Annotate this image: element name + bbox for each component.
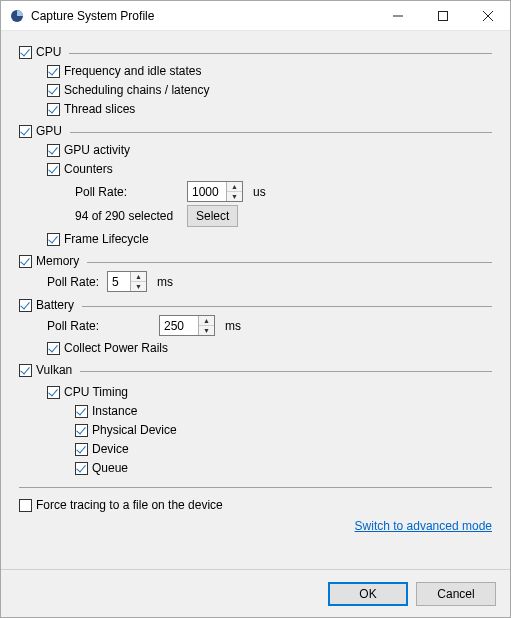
memory-pollrate-label: Poll Rate:: [47, 275, 99, 289]
battery-pollrate-label: Poll Rate:: [47, 319, 155, 333]
divider: [70, 132, 492, 133]
minimize-button[interactable]: [375, 1, 420, 30]
memory-label: Memory: [36, 254, 79, 268]
titlebar: Capture System Profile: [1, 1, 510, 31]
window-buttons: [375, 1, 510, 30]
divider: [19, 487, 492, 488]
section-vulkan: Vulkan CPU Timing Instance Physical Devi…: [19, 363, 492, 477]
vulkan-queue-checkbox[interactable]: Queue: [75, 461, 128, 475]
vulkan-instance-checkbox[interactable]: Instance: [75, 404, 137, 418]
vulkan-checkbox[interactable]: Vulkan: [19, 363, 72, 377]
gpu-frame-lifecycle-checkbox[interactable]: Frame Lifecycle: [47, 232, 149, 246]
vulkan-device-checkbox[interactable]: Device: [75, 442, 129, 456]
gpu-pollrate-label: Poll Rate:: [75, 185, 183, 199]
gpu-selected-text: 94 of 290 selected: [75, 209, 183, 223]
content-area: CPU Frequency and idle states Scheduling…: [1, 31, 510, 569]
gpu-checkbox[interactable]: GPU: [19, 124, 62, 138]
section-battery: Battery Poll Rate: ▲▼ ms Collect Power R…: [19, 298, 492, 357]
spinner-down-icon[interactable]: ▼: [227, 192, 242, 201]
gpu-pollrate-input[interactable]: [188, 182, 226, 201]
advanced-mode-link[interactable]: Switch to advanced mode: [355, 519, 492, 533]
divider: [80, 371, 492, 372]
window-title: Capture System Profile: [31, 9, 375, 23]
battery-checkbox[interactable]: Battery: [19, 298, 74, 312]
cpu-freq-checkbox[interactable]: Frequency and idle states: [47, 64, 201, 78]
divider: [82, 306, 492, 307]
spinner-down-icon[interactable]: ▼: [131, 282, 146, 291]
gpu-counters-checkbox[interactable]: Counters: [47, 162, 113, 176]
battery-pollrate-spinner[interactable]: ▲▼: [159, 315, 215, 336]
close-button[interactable]: [465, 1, 510, 30]
memory-pollrate-unit: ms: [157, 275, 173, 289]
vulkan-cputiming-checkbox[interactable]: CPU Timing: [47, 385, 128, 399]
spinner-up-icon[interactable]: ▲: [227, 182, 242, 192]
maximize-button[interactable]: [420, 1, 465, 30]
spinner-down-icon[interactable]: ▼: [199, 326, 214, 335]
memory-pollrate-input[interactable]: [108, 272, 130, 291]
spinner-up-icon[interactable]: ▲: [131, 272, 146, 282]
divider: [87, 262, 492, 263]
spinner-up-icon[interactable]: ▲: [199, 316, 214, 326]
vulkan-label: Vulkan: [36, 363, 72, 377]
vulkan-physical-device-checkbox[interactable]: Physical Device: [75, 423, 177, 437]
dialog-window: Capture System Profile CPU Frequency and…: [0, 0, 511, 618]
cancel-button[interactable]: Cancel: [416, 582, 496, 606]
section-cpu: CPU Frequency and idle states Scheduling…: [19, 45, 492, 118]
cpu-label: CPU: [36, 45, 61, 59]
svg-rect-2: [438, 11, 447, 20]
gpu-pollrate-spinner[interactable]: ▲▼: [187, 181, 243, 202]
gpu-select-button[interactable]: Select: [187, 205, 238, 227]
app-icon: [9, 8, 25, 24]
battery-label: Battery: [36, 298, 74, 312]
memory-pollrate-spinner[interactable]: ▲▼: [107, 271, 147, 292]
ok-button[interactable]: OK: [328, 582, 408, 606]
gpu-activity-checkbox[interactable]: GPU activity: [47, 143, 130, 157]
section-memory: Memory Poll Rate: ▲▼ ms: [19, 254, 492, 292]
divider: [69, 53, 492, 54]
force-tracing-checkbox[interactable]: Force tracing to a file on the device: [19, 498, 223, 512]
battery-power-rails-checkbox[interactable]: Collect Power Rails: [47, 341, 168, 355]
gpu-pollrate-unit: us: [253, 185, 266, 199]
cpu-slices-checkbox[interactable]: Thread slices: [47, 102, 135, 116]
battery-pollrate-input[interactable]: [160, 316, 198, 335]
memory-checkbox[interactable]: Memory: [19, 254, 79, 268]
gpu-label: GPU: [36, 124, 62, 138]
section-gpu: GPU GPU activity Counters Poll Rate: ▲▼ …: [19, 124, 492, 248]
dialog-footer: OK Cancel: [1, 569, 510, 617]
cpu-sched-checkbox[interactable]: Scheduling chains / latency: [47, 83, 209, 97]
battery-pollrate-unit: ms: [225, 319, 241, 333]
cpu-checkbox[interactable]: CPU: [19, 45, 61, 59]
